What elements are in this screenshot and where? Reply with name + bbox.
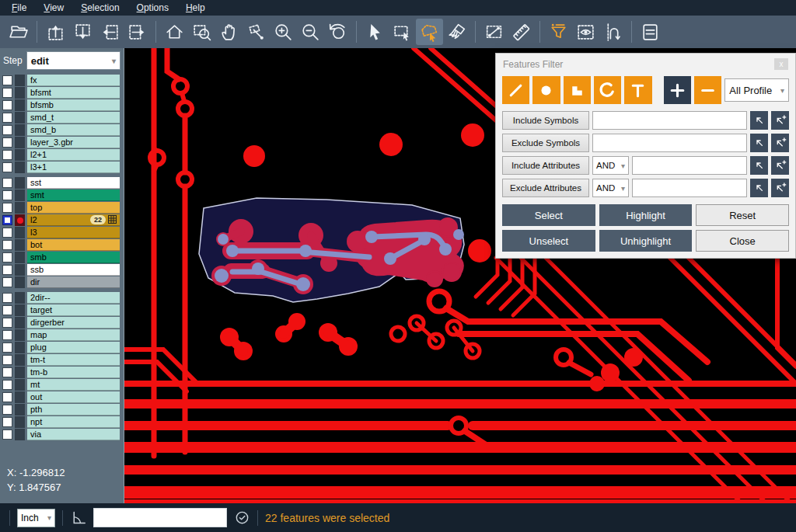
units-select[interactable]: Inch ▾: [17, 509, 55, 527]
zoom-out-button[interactable]: [297, 19, 324, 45]
ruler-button[interactable]: [508, 19, 535, 45]
exclude-symbols-button[interactable]: Exclude Symbols: [502, 134, 589, 152]
pick-attribute-button[interactable]: [750, 179, 768, 197]
select-button[interactable]: Select: [502, 204, 595, 226]
include-attributes-button[interactable]: Include Attributes: [502, 156, 589, 175]
layer-name[interactable]: l3+1: [27, 162, 120, 173]
layer-visibility-checkbox[interactable]: [2, 392, 12, 402]
layer-indicator-cell[interactable]: [15, 264, 25, 276]
layer-name[interactable]: mt: [27, 379, 120, 391]
apply-check-icon[interactable]: [234, 509, 250, 526]
layer-name[interactable]: sst: [27, 177, 120, 189]
layer-visibility-checkbox[interactable]: [2, 330, 12, 340]
layer-name[interactable]: npt: [27, 416, 120, 428]
layer-name[interactable]: via: [27, 429, 120, 440]
layer-name[interactable]: dirgerber: [27, 317, 120, 329]
pan-hand-button[interactable]: [215, 19, 243, 45]
angle-measure-icon[interactable]: [70, 509, 86, 526]
layer-name[interactable]: tm-b: [27, 367, 120, 378]
pick-attribute-button[interactable]: [750, 156, 768, 175]
layer-visibility-checkbox[interactable]: [2, 429, 12, 440]
layer-indicator-cell[interactable]: [15, 190, 25, 201]
select-cursor-button[interactable]: [361, 19, 389, 45]
pick-symbol-button[interactable]: [750, 134, 768, 152]
layer-name[interactable]: top: [27, 202, 120, 214]
layer-indicator-cell[interactable]: [15, 124, 25, 136]
layer-visibility-checkbox[interactable]: [2, 405, 12, 415]
unhighlight-button[interactable]: Unhighlight: [599, 230, 693, 252]
layer-indicator-cell[interactable]: [15, 317, 25, 329]
pick-add-attribute-button[interactable]: [771, 179, 789, 197]
exclude-attributes-button[interactable]: Exclude Attributes: [502, 179, 589, 197]
layer-name[interactable]: 2dir--: [27, 292, 120, 304]
pan-down-button[interactable]: [69, 19, 96, 45]
layer-visibility-checkbox[interactable]: [2, 277, 12, 287]
layer-visibility-checkbox[interactable]: [2, 150, 12, 160]
layer-visibility-checkbox[interactable]: [2, 228, 12, 238]
layer-visibility-checkbox[interactable]: [2, 113, 12, 123]
layer-indicator-cell[interactable]: [15, 162, 25, 173]
polygon-select-button[interactable]: [416, 19, 443, 45]
snap-button[interactable]: [599, 19, 627, 45]
reset-button[interactable]: Reset: [696, 204, 789, 226]
pick-add-symbol-button[interactable]: [771, 111, 789, 130]
layer-indicator-cell[interactable]: [15, 202, 25, 214]
layer-visibility-checkbox[interactable]: [2, 342, 12, 353]
view-options-button[interactable]: [572, 19, 599, 45]
layer-indicator-cell[interactable]: [15, 304, 25, 316]
text-feature-button[interactable]: [624, 76, 651, 104]
command-input[interactable]: [93, 508, 227, 527]
pick-symbol-button[interactable]: [750, 111, 768, 130]
layer-indicator-cell[interactable]: [15, 404, 25, 416]
layer-indicator-cell[interactable]: [15, 87, 25, 99]
layer-indicator-cell[interactable]: [15, 239, 25, 251]
layer-visibility-checkbox[interactable]: [2, 265, 12, 275]
include-symbols-button[interactable]: Include Symbols: [502, 111, 589, 130]
features-filter-button[interactable]: [545, 19, 572, 45]
layer-visibility-checkbox[interactable]: [2, 380, 12, 390]
zoom-selection-button[interactable]: [243, 19, 270, 45]
surface-feature-button[interactable]: [564, 76, 591, 104]
layer-indicator-cell[interactable]: [15, 391, 25, 403]
zoom-previous-button[interactable]: [324, 19, 351, 45]
include-attributes-input[interactable]: [632, 156, 747, 175]
layer-name[interactable]: layer_3.gbr: [27, 137, 120, 148]
layer-name[interactable]: smd_b: [27, 124, 120, 136]
layer-visibility-checkbox[interactable]: [2, 190, 12, 200]
layer-visibility-checkbox[interactable]: [2, 100, 12, 110]
menu-view[interactable]: View: [35, 1, 72, 15]
layer-visibility-checkbox[interactable]: [2, 355, 12, 365]
layer-indicator-cell[interactable]: [15, 177, 25, 189]
layer-name[interactable]: out: [27, 391, 120, 403]
layers-panel-button[interactable]: [637, 19, 664, 45]
layer-indicator-cell[interactable]: [15, 112, 25, 123]
clear-brush-button[interactable]: [443, 19, 470, 45]
layer-indicator-cell[interactable]: [15, 99, 25, 111]
layer-visibility-checkbox[interactable]: [2, 215, 12, 225]
layer-indicator-cell[interactable]: [15, 379, 25, 391]
layer-indicator-cell[interactable]: [15, 367, 25, 378]
layer-indicator-cell[interactable]: [15, 342, 25, 353]
exclude-symbols-input[interactable]: [592, 134, 747, 152]
active-layer-indicator[interactable]: [15, 214, 25, 226]
remove-filter-button[interactable]: [694, 76, 721, 104]
include-symbols-input[interactable]: [592, 111, 747, 130]
unselect-button[interactable]: Unselect: [502, 230, 595, 252]
layer-visibility-checkbox[interactable]: [2, 88, 12, 98]
layer-indicator-cell[interactable]: [15, 137, 25, 148]
pan-up-button[interactable]: [42, 19, 69, 45]
layer-name[interactable]: l3: [27, 227, 120, 238]
layer-indicator-cell[interactable]: [15, 252, 25, 263]
pick-add-symbol-button[interactable]: [771, 134, 789, 152]
layer-visibility-checkbox[interactable]: [2, 75, 12, 85]
zoom-in-button[interactable]: [270, 19, 297, 45]
step-select[interactable]: edit ▾: [26, 51, 120, 70]
zoom-area-button[interactable]: [188, 19, 215, 45]
layer-visibility-checkbox[interactable]: [2, 137, 12, 148]
rectangle-select-button[interactable]: [389, 19, 416, 45]
exclude-attributes-input[interactable]: [632, 179, 747, 197]
layer-indicator-cell[interactable]: [15, 416, 25, 428]
pan-left-button[interactable]: [96, 19, 124, 45]
line-feature-button[interactable]: [502, 76, 529, 104]
layer-name[interactable]: pth: [27, 404, 120, 416]
